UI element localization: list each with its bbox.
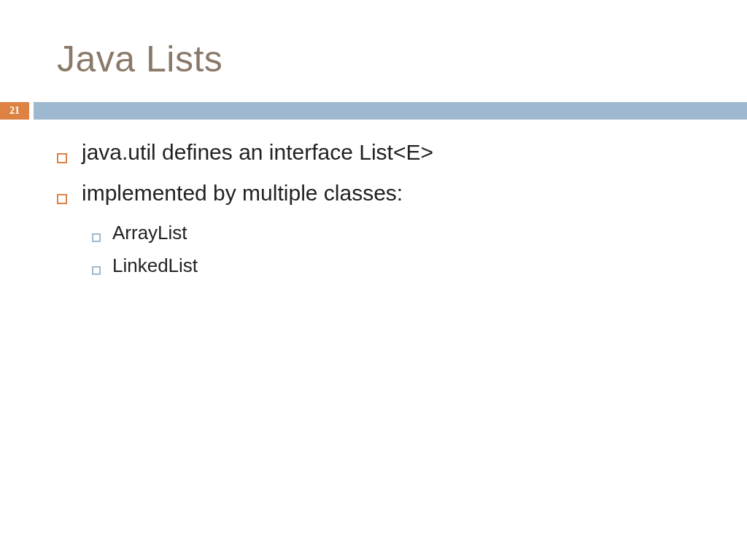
bullet-item: java.util defines an interface List<E> bbox=[57, 140, 703, 165]
bullet-text: ArrayList bbox=[112, 222, 187, 244]
sub-bullet-item: LinkedList bbox=[92, 254, 703, 277]
header-bar: 21 bbox=[0, 102, 747, 120]
page-number-badge: 21 bbox=[0, 102, 29, 120]
square-bullet-icon bbox=[57, 194, 67, 204]
square-bullet-icon bbox=[92, 233, 101, 242]
bullet-text: implemented by multiple classes: bbox=[82, 181, 403, 206]
sub-bullet-item: ArrayList bbox=[92, 222, 703, 244]
header-blue-bar bbox=[34, 102, 747, 120]
bullet-text: java.util defines an interface List<E> bbox=[82, 140, 433, 165]
square-bullet-icon bbox=[92, 266, 101, 275]
slide: Java Lists 21 java.util defines an inter… bbox=[0, 0, 747, 560]
bullet-item: implemented by multiple classes: bbox=[57, 181, 703, 206]
square-bullet-icon bbox=[57, 153, 67, 163]
slide-title: Java Lists bbox=[57, 38, 222, 80]
slide-content: java.util defines an interface List<E> i… bbox=[57, 140, 703, 287]
bullet-text: LinkedList bbox=[112, 254, 198, 277]
